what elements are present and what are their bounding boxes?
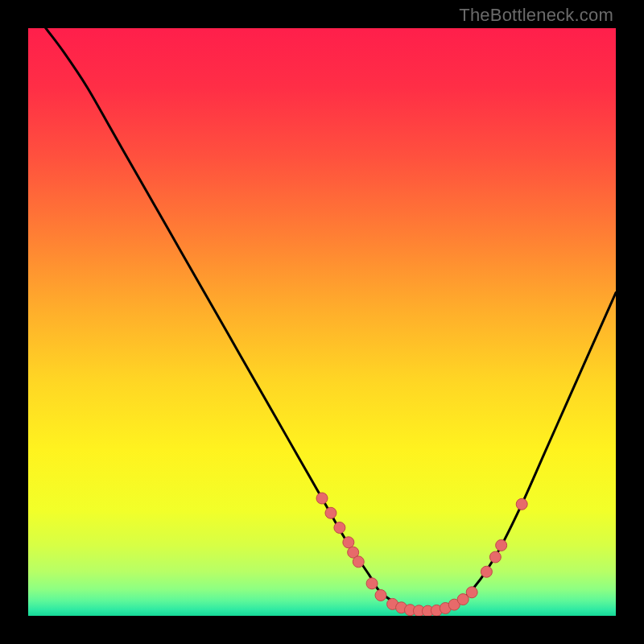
chart-stage: TheBottleneck.com bbox=[0, 0, 644, 644]
watermark-text: TheBottleneck.com bbox=[459, 5, 613, 26]
background-gradient bbox=[28, 28, 616, 616]
plot-area bbox=[28, 28, 616, 616]
svg-rect-0 bbox=[28, 28, 616, 616]
